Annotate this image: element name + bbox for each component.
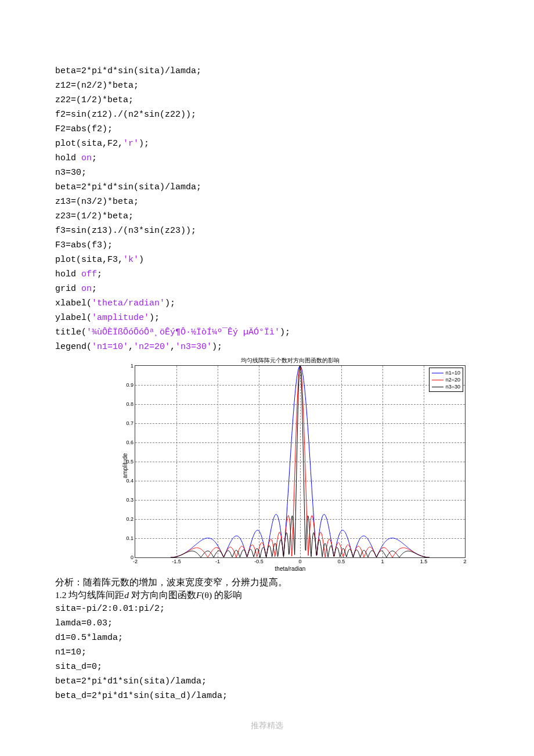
- code-line: hold on;: [55, 151, 479, 165]
- code-line: z12=(n2/2)*beta;: [55, 78, 479, 93]
- code-line: hold off;: [55, 267, 479, 282]
- y-tick: 0.1: [126, 535, 135, 541]
- code-line: f2=sin(z12)./(n2*sin(z22));: [55, 107, 479, 122]
- plot-area: n1=10n2=20n3=30 -2-1.5-1-0.500.511.52 00…: [135, 365, 466, 558]
- series-line: [171, 366, 430, 557]
- y-tick: 0.8: [126, 401, 135, 407]
- code-line: lamda=0.03;: [55, 616, 479, 631]
- legend-row: n2=20: [432, 376, 460, 383]
- heading-theta: (θ): [201, 590, 212, 600]
- code-block-1: beta=2*pi*d*sin(sita)/lamda;z12=(n2/2)*b…: [55, 64, 479, 354]
- x-axis-label: theta/radian: [110, 566, 470, 572]
- code-line: beta_d=2*pi*d1*sin(sita_d)/lamda;: [55, 689, 479, 703]
- series-line: [171, 366, 430, 557]
- x-tick: 1: [381, 557, 384, 564]
- heading-sym-F: F: [196, 590, 201, 600]
- legend-row: n1=10: [432, 369, 460, 376]
- x-tick: 0.5: [338, 557, 345, 564]
- section-heading: 1.2 均匀线阵间距d 对方向向图函数F(θ) 的影响: [55, 589, 479, 602]
- y-tick: 0.3: [126, 497, 135, 503]
- code-line: legend('n1=10','n2=20','n3=30');: [55, 340, 479, 354]
- array-pattern-chart: 均匀线阵阵元个数对方向图函数的影响 amplitude n1=10n2=20n3…: [110, 357, 470, 574]
- code-line: plot(sita,F2,'r');: [55, 136, 479, 151]
- x-tick: 2: [463, 557, 466, 564]
- chart-legend: n1=10n2=20n3=30: [429, 368, 463, 392]
- code-line: title('¾ùÔÈÏßÕóÕóÔª¸öÊý¶Ô·½ÏòÍ¼º¯Êý µÄÓ°…: [55, 325, 479, 340]
- y-tick: 0.9: [126, 382, 135, 388]
- heading-suffix: 的影响: [212, 590, 242, 600]
- x-tick: -1.5: [172, 557, 181, 564]
- code-line: n1=10;: [55, 645, 479, 660]
- code-line: beta=2*pi*d1*sin(sita)/lamda;: [55, 674, 479, 689]
- code-line: grid on;: [55, 282, 479, 296]
- y-tick: 1: [131, 363, 135, 369]
- legend-row: n3=30: [432, 383, 460, 390]
- code-line: z23=(1/2)*beta;: [55, 209, 479, 224]
- code-line: F3=abs(f3);: [55, 238, 479, 253]
- page-footer: 推荐精选: [55, 721, 479, 731]
- code-line: sita=-pi/2:0.01:pi/2;: [55, 602, 479, 616]
- code-line: beta=2*pi*d*sin(sita)/lamda;: [55, 64, 479, 78]
- code-line: beta=2*pi*d*sin(sita)/lamda;: [55, 180, 479, 195]
- plot-svg: [135, 366, 465, 557]
- x-tick: 1.5: [420, 557, 428, 564]
- code-line: z22=(1/2)*beta;: [55, 93, 479, 107]
- code-line: plot(sita,F3,'k'): [55, 253, 479, 267]
- y-tick: 0.4: [126, 478, 135, 484]
- code-line: sita_d=0;: [55, 660, 479, 674]
- analysis-text: 分析：随着阵元数的增加，波束宽度变窄，分辨力提高。: [55, 576, 479, 589]
- y-tick: 0.6: [126, 440, 135, 445]
- chart-title: 均匀线阵阵元个数对方向图函数的影响: [110, 357, 470, 365]
- heading-mid: 对方向向图函数: [129, 590, 196, 600]
- code-line: z13=(n3/2)*beta;: [55, 195, 479, 209]
- code-line: ylabel('amplitude');: [55, 311, 479, 325]
- code-line: xlabel('theta/radian');: [55, 296, 479, 311]
- x-tick: 0: [298, 557, 301, 564]
- y-tick: 0: [131, 555, 135, 560]
- y-tick: 0.7: [126, 420, 135, 426]
- heading-prefix: 1.2 均匀线阵间距: [55, 590, 124, 600]
- heading-sym-d: d: [124, 590, 129, 600]
- document-page: beta=2*pi*d*sin(sita)/lamda;z12=(n2/2)*b…: [0, 0, 534, 754]
- x-tick: -1: [215, 557, 220, 564]
- y-tick: 0.2: [126, 516, 135, 522]
- code-line: n3=30;: [55, 165, 479, 180]
- y-axis-label: amplitude: [122, 453, 128, 478]
- code-line: d1=0.5*lamda;: [55, 631, 479, 645]
- x-tick: -0.5: [254, 557, 264, 564]
- code-block-2: sita=-pi/2:0.01:pi/2;lamda=0.03;d1=0.5*l…: [55, 602, 479, 703]
- code-line: f3=sin(z13)./(n3*sin(z23));: [55, 224, 479, 238]
- series-line: [171, 366, 430, 557]
- code-line: F2=abs(f2);: [55, 122, 479, 136]
- y-tick: 0.5: [126, 459, 135, 465]
